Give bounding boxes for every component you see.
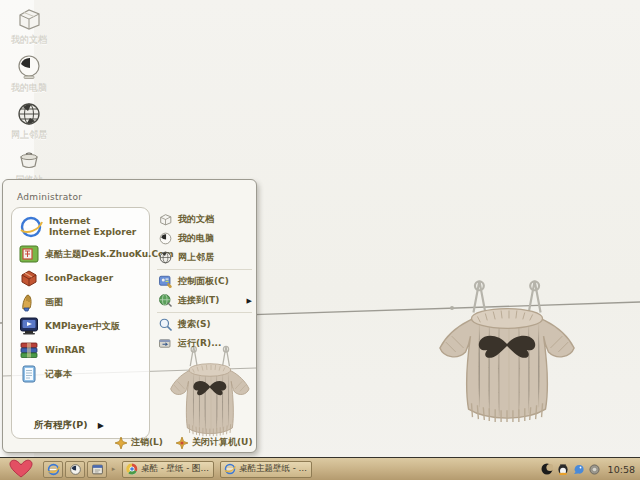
tray-bird-icon[interactable] (573, 463, 585, 475)
my-computer-icon (15, 53, 43, 81)
desktop-icon-my-computer[interactable]: 我的电脑 (2, 53, 56, 93)
menu-item-label: 连接到(T) (178, 294, 219, 307)
search-icon (158, 317, 173, 332)
start-menu-username: Administrator (17, 192, 82, 202)
paint-icon (19, 292, 39, 312)
menu-item-label: WinRAR (45, 345, 85, 356)
taskbar-window-title: 桌酷主题壁纸 - Mi... (239, 463, 308, 475)
menu-item-label: 记事本 (45, 369, 72, 380)
all-programs-arrow-icon: ▶ (98, 421, 104, 430)
menu-item-label: 运行(R)... (178, 337, 221, 350)
all-programs-label: 所有程序(P) (34, 419, 88, 432)
start-menu-bottom-bar: 注销(L) 关闭计算机(U) (115, 436, 253, 449)
taskbar-window-ie[interactable]: 桌酷主题壁纸 - Mi... (220, 461, 312, 478)
desktop-icon-label: 我的文档 (2, 35, 56, 45)
zhuoku-theme-icon (19, 244, 39, 264)
menu-item-network-places[interactable]: 网上邻居 (154, 248, 255, 267)
shut-down-label: 关闭计算机(U) (192, 436, 253, 449)
start-menu-right-panel: 我的文档 我的电脑 网上邻居 (154, 210, 255, 353)
quick-launch-ie[interactable] (43, 461, 63, 478)
menu-item-label: 网上邻居 (178, 251, 214, 264)
menu-item-label: 画图 (45, 297, 63, 308)
iconpackager-icon (19, 268, 39, 288)
internet-explorer-icon (224, 463, 236, 475)
menu-item-connect-to[interactable]: 连接到(T) ▶ (154, 291, 255, 310)
all-programs-button[interactable]: 所有程序(P) ▶ (16, 415, 145, 434)
quick-launch-expand-arrow[interactable]: ▸ (109, 461, 118, 478)
menu-item-sublabel: Internet Explorer (49, 227, 136, 238)
desktop-icon-label: 我的电脑 (2, 83, 56, 93)
start-menu-left-panel: Internet Internet Explorer 桌酷主题Desk.Zhuo… (11, 207, 150, 439)
webcam-ball-icon (69, 463, 82, 476)
my-documents-icon (158, 212, 173, 227)
menu-item-label: 控制面板(C) (178, 275, 229, 288)
quick-launch-bar: ▸ (43, 461, 118, 478)
menu-item-run[interactable]: 运行(R)... (154, 334, 255, 353)
log-off-label: 注销(L) (131, 436, 163, 449)
heart-start-icon (9, 459, 33, 479)
taskbar-clock[interactable]: 10:58 (608, 464, 635, 475)
control-panel-icon (158, 274, 173, 289)
notepad-icon (19, 364, 39, 384)
run-icon (158, 336, 173, 351)
my-computer-icon (158, 231, 173, 246)
start-button[interactable] (0, 458, 41, 480)
menu-item-notepad[interactable]: 记事本 (16, 362, 145, 386)
my-documents-icon (15, 5, 43, 33)
menu-item-internet-explorer[interactable]: Internet Internet Explorer (16, 214, 145, 242)
menu-separator (157, 269, 252, 270)
tray-crescent-icon[interactable] (541, 463, 553, 475)
menu-item-label: 我的电脑 (178, 232, 214, 245)
tray-gray-icon[interactable] (589, 464, 600, 475)
taskbar-window-chrome[interactable]: 桌酷 - 壁纸 - 图片... (122, 461, 214, 478)
menu-item-winrar[interactable]: WinRAR (16, 338, 145, 362)
internet-explorer-icon (47, 463, 60, 476)
menu-item-label: Internet (49, 216, 136, 227)
kmplayer-icon (19, 316, 39, 336)
log-off-button[interactable]: 注销(L) (115, 436, 163, 449)
recycle-bin-icon (15, 149, 43, 173)
shut-down-button[interactable]: 关闭计算机(U) (176, 436, 253, 449)
menu-item-zhuoku-theme[interactable]: 桌酷主题Desk.ZhuoKu.Com (16, 242, 145, 266)
desktop-icon-network-places[interactable]: 网上邻居 (2, 100, 56, 140)
menu-left-spacer (16, 386, 145, 415)
menu-item-kmplayer[interactable]: KMPlayer中文版 (16, 314, 145, 338)
network-places-icon (158, 250, 173, 265)
chrome-icon (126, 463, 138, 475)
winrar-icon (19, 340, 39, 360)
taskbar: ▸ 桌酷 - 壁纸 - 图片... 桌酷主题壁纸 - Mi... (0, 457, 640, 480)
start-menu: Administrator Internet Internet Explorer (2, 179, 257, 453)
submenu-arrow-icon: ▶ (247, 297, 252, 305)
quick-launch-window[interactable] (87, 461, 107, 478)
desktop-icon-label: 网上邻居 (2, 130, 56, 140)
menu-item-label: 搜索(S) (178, 318, 211, 331)
system-tray: 10:58 (541, 463, 640, 475)
menu-item-control-panel[interactable]: 控制面板(C) (154, 272, 255, 291)
menu-item-iconpackager[interactable]: IconPackager (16, 266, 145, 290)
menu-item-label: IconPackager (45, 273, 113, 284)
window-icon (91, 463, 104, 476)
taskbar-window-buttons: 桌酷 - 壁纸 - 图片... 桌酷主题壁纸 - Mi... (122, 461, 312, 478)
shut-down-icon (176, 437, 188, 449)
menu-item-label: 我的文档 (178, 213, 214, 226)
menu-item-my-documents[interactable]: 我的文档 (154, 210, 255, 229)
network-places-icon (15, 100, 43, 128)
internet-explorer-icon (19, 215, 43, 239)
taskbar-window-title: 桌酷 - 壁纸 - 图片... (141, 463, 210, 475)
connect-to-icon (158, 293, 173, 308)
menu-separator (157, 312, 252, 313)
menu-item-label: KMPlayer中文版 (45, 321, 120, 332)
tray-qq-icon[interactable] (557, 463, 569, 475)
desktop-icon-my-documents[interactable]: 我的文档 (2, 5, 56, 45)
menu-item-paint[interactable]: 画图 (16, 290, 145, 314)
menu-item-search[interactable]: 搜索(S) (154, 315, 255, 334)
quick-launch-media[interactable] (65, 461, 85, 478)
menu-item-my-computer[interactable]: 我的电脑 (154, 229, 255, 248)
log-off-icon (115, 437, 127, 449)
